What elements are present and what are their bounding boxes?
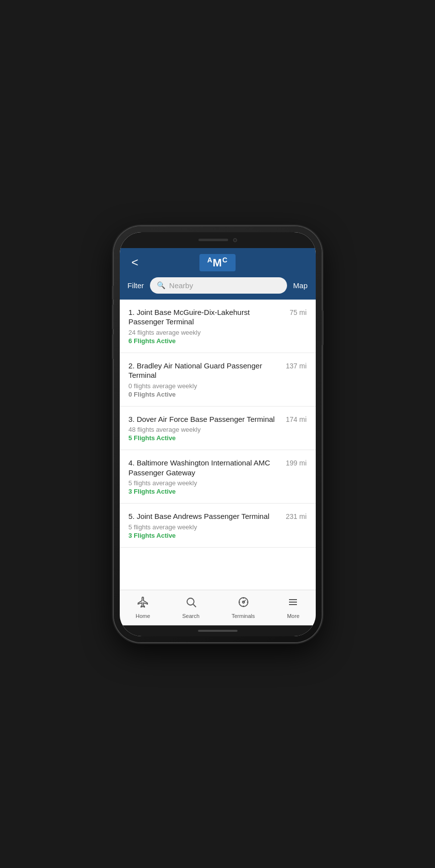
- terminal-name: 1. Joint Base McGuire-Dix-Lakehurst Pass…: [129, 307, 284, 327]
- terminal-flights-avg: 5 flights average weekly: [129, 479, 280, 487]
- terminal-name: 5. Joint Base Andrews Passenger Terminal: [129, 511, 280, 521]
- nav-item-more[interactable]: More: [281, 592, 305, 623]
- terminal-info: 1. Joint Base McGuire-Dix-Lakehurst Pass…: [129, 307, 290, 345]
- more-icon: [287, 596, 299, 611]
- terminal-flights-active: 6 Flights Active: [129, 337, 284, 345]
- amc-logo: AMC: [207, 256, 228, 269]
- terminal-distance: 75 mi: [290, 308, 306, 316]
- volume-up-button: [112, 305, 114, 329]
- volume-down-button: [112, 334, 114, 359]
- terminal-flights-avg: 48 flights average weekly: [129, 426, 280, 433]
- app-header: < AMC Filter 🔍 Nearby Map: [120, 248, 316, 300]
- mute-button: [112, 286, 114, 300]
- terminal-item[interactable]: 2. Bradley Air National Guard Passenger …: [120, 353, 316, 407]
- terminal-distance: 174 mi: [286, 415, 306, 423]
- side-buttons-left: [112, 286, 114, 359]
- terminal-distance: 137 mi: [286, 362, 306, 370]
- search-icon: [185, 596, 197, 611]
- header-top-row: < AMC: [128, 254, 308, 271]
- terminal-name: 2. Bradley Air National Guard Passenger …: [129, 361, 280, 380]
- terminal-info: 2. Bradley Air National Guard Passenger …: [129, 361, 286, 398]
- search-icon: 🔍: [157, 281, 165, 289]
- speaker-grille: [198, 239, 228, 241]
- terminal-flights-active: 3 Flights Active: [129, 488, 280, 495]
- search-bar[interactable]: 🔍 Nearby: [150, 277, 287, 294]
- nav-label: Home: [136, 613, 150, 619]
- bottom-nav: HomeSearchTerminalsMore: [120, 590, 316, 625]
- terminal-item[interactable]: 1. Joint Base McGuire-Dix-Lakehurst Pass…: [120, 300, 316, 353]
- nav-label: More: [287, 613, 299, 619]
- home-bar: [120, 625, 316, 636]
- logo-container: AMC: [199, 254, 236, 271]
- nav-item-terminals[interactable]: Terminals: [226, 592, 261, 623]
- map-button[interactable]: Map: [293, 281, 307, 290]
- nav-label: Search: [182, 613, 199, 619]
- nav-item-home[interactable]: Home: [130, 592, 156, 623]
- terminal-flights-active: 5 Flights Active: [129, 434, 280, 442]
- terminal-name: 3. Dover Air Force Base Passenger Termin…: [129, 414, 280, 424]
- terminal-item[interactable]: 5. Joint Base Andrews Passenger Terminal…: [120, 504, 316, 548]
- terminal-distance: 199 mi: [286, 459, 306, 467]
- terminal-info: 4. Baltimore Washington International AM…: [129, 458, 286, 495]
- terminal-flights-active: 3 Flights Active: [129, 532, 280, 539]
- home-indicator: [198, 630, 238, 632]
- app-content: < AMC Filter 🔍 Nearby Map: [120, 248, 316, 625]
- side-buttons-right: [322, 310, 324, 345]
- front-camera: [233, 238, 237, 242]
- power-button: [322, 310, 324, 345]
- terminal-info: 5. Joint Base Andrews Passenger Terminal…: [129, 511, 286, 539]
- terminal-info: 3. Dover Air Force Base Passenger Termin…: [129, 414, 286, 442]
- home-icon: [137, 596, 149, 611]
- search-row: Filter 🔍 Nearby Map: [128, 277, 308, 294]
- svg-point-0: [187, 598, 194, 605]
- terminals-list: 1. Joint Base McGuire-Dix-Lakehurst Pass…: [120, 300, 316, 590]
- nav-item-search[interactable]: Search: [176, 592, 205, 623]
- terminal-item[interactable]: 4. Baltimore Washington International AM…: [120, 450, 316, 504]
- terminal-flights-avg: 5 flights average weekly: [129, 523, 280, 531]
- terminal-flights-avg: 0 flights average weekly: [129, 382, 280, 390]
- phone-frame: < AMC Filter 🔍 Nearby Map: [114, 226, 322, 642]
- terminal-item[interactable]: 3. Dover Air Force Base Passenger Termin…: [120, 407, 316, 451]
- phone-screen: < AMC Filter 🔍 Nearby Map: [120, 232, 316, 636]
- terminals-icon: [238, 596, 249, 611]
- terminal-flights-active: 0 Flights Active: [129, 391, 280, 398]
- terminal-name: 4. Baltimore Washington International AM…: [129, 458, 280, 477]
- terminal-flights-avg: 24 flights average weekly: [129, 329, 284, 336]
- status-bar: [120, 232, 316, 248]
- search-placeholder-text: Nearby: [169, 281, 193, 290]
- svg-line-1: [193, 605, 196, 608]
- back-button[interactable]: <: [128, 254, 143, 271]
- terminal-distance: 231 mi: [286, 512, 306, 520]
- filter-button[interactable]: Filter: [128, 281, 144, 290]
- nav-label: Terminals: [232, 613, 255, 619]
